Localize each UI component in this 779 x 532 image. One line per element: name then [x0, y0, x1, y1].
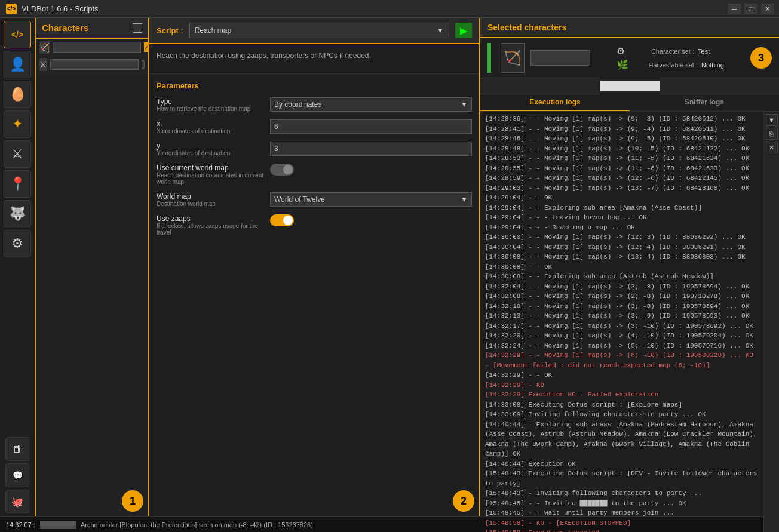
script-select[interactable]: Reach map ▼: [189, 23, 449, 38]
harvestable-set-value: Nothing: [701, 61, 724, 69]
param-uz-label: Use zaaps If checked, allows zaaps usage…: [157, 214, 264, 236]
param-ucm-control: [270, 164, 472, 176]
log-line: [14:33:08] Executing Dofus script : [Exp…: [485, 400, 759, 410]
log-line: [14:32:20] - - Moving [1] map(s) -> (4; …: [485, 331, 759, 341]
logs-content[interactable]: [14:28:36] - - Moving [1] map(s) -> (9; …: [480, 112, 763, 532]
left-sidebar: </> 👤 🥚 ✦ ⚔ 📍 🐺 ⚙ 🗑 💬: [0, 18, 36, 516]
use-zaaps-toggle[interactable]: [270, 214, 294, 226]
close-button[interactable]: ✕: [761, 4, 774, 14]
char-icon-2: ⚔: [39, 58, 47, 71]
trash-button[interactable]: 🗑: [5, 437, 29, 461]
github-button[interactable]: 🐙: [5, 490, 29, 513]
star-icon: ✦: [12, 116, 23, 132]
param-world-map: World map Destination world map World of…: [157, 192, 472, 207]
char-checkbox-2[interactable]: [142, 60, 145, 69]
log-line: [14:29:03] - - Moving [1] map(s) -> (13;…: [485, 183, 759, 193]
run-button[interactable]: ▶: [455, 23, 472, 38]
char-row-2: ⚔: [36, 56, 148, 73]
log-line: [15:48:58] Execution canceled: [485, 528, 759, 532]
log-line: [14:28:46] - - Moving [1] map(s) -> (9; …: [485, 134, 759, 144]
log-line: [15:48:43] - Inviting following characte…: [485, 488, 759, 499]
status-bar-green: [487, 43, 491, 73]
char-icon-1: 🏹: [39, 41, 50, 54]
sidebar-item-wolf[interactable]: 🐺: [4, 200, 31, 227]
log-line: [14:32:13] - - Moving [1] map(s) -> (3; …: [485, 311, 759, 321]
param-type-label: Type How to retrieve the destination map: [157, 97, 264, 112]
log-copy-btn[interactable]: ⎘: [766, 128, 778, 140]
characters-title: Characters: [42, 23, 88, 33]
character-set-row: ⚙ Character set : Test: [617, 45, 724, 57]
type-select[interactable]: By coordinates ▼: [270, 97, 472, 112]
sidebar-item-character[interactable]: 👤: [4, 51, 31, 78]
log-line: [14:28:55] - - Moving [1] map(s) -> (11;…: [485, 164, 759, 174]
main-area: </> 👤 🥚 ✦ ⚔ 📍 🐺 ⚙ 🗑 💬: [0, 18, 779, 516]
github-icon: 🐙: [11, 496, 23, 508]
log-line: [14:32:29] - - OK: [485, 370, 759, 380]
map-pin-icon: 📍: [10, 176, 26, 192]
tab-sniffer-logs[interactable]: Sniffer logs: [630, 94, 779, 111]
sidebar-item-egg[interactable]: 🥚: [4, 81, 31, 108]
log-line: [14:32:04] - - Moving [1] map(s) -> (3; …: [485, 282, 759, 292]
character-set-icon: ⚙: [617, 45, 625, 57]
log-line: [14:28:59] - - Moving [1] map(s) -> (12;…: [485, 173, 759, 183]
log-scroll-down-btn[interactable]: ▼: [766, 114, 778, 126]
x-input[interactable]: [270, 119, 472, 134]
log-line: [14:28:53] - - Moving [1] map(s) -> (11;…: [485, 153, 759, 164]
log-line: [14:29:04] - - - Reaching a map ... OK: [485, 223, 759, 233]
log-line: [14:29:04] - - Exploring sub area [Amakn…: [485, 203, 759, 213]
char-name-input-1[interactable]: [53, 42, 141, 53]
use-current-map-toggle[interactable]: [270, 164, 294, 176]
maximize-button[interactable]: □: [744, 4, 757, 14]
tab-execution-logs[interactable]: Execution logs: [480, 94, 630, 111]
param-y: y Y coordinates of destination: [157, 142, 472, 156]
logs-area: Execution logs Sniffer logs [14:28:36] -…: [480, 78, 779, 532]
sidebar-item-star[interactable]: ✦: [4, 110, 31, 138]
titlebar: </> VLDBot 1.6.6 - Scripts ─ □ ✕: [0, 0, 779, 18]
world-map-select[interactable]: World of Twelve ▼: [270, 192, 472, 207]
bottom-icons: 🗑 💬 🐙: [5, 437, 29, 516]
log-clear-btn[interactable]: ✕: [766, 142, 778, 153]
sidebar-item-code[interactable]: </>: [4, 21, 31, 48]
characters-select-all[interactable]: [133, 23, 142, 33]
char-row-1: 🏹 ✓: [36, 39, 148, 56]
status-time: 14:32:07 :: [6, 521, 35, 528]
character-icon: 👤: [10, 57, 26, 72]
minimize-button[interactable]: ─: [728, 4, 741, 14]
script-desc-text: Reach the destination using zaaps, trans…: [157, 51, 371, 60]
logs-with-controls: [14:28:36] - - Moving [1] map(s) -> (9; …: [480, 112, 779, 532]
log-line: [14:32:29] Execution KO - Failed explora…: [485, 390, 759, 400]
characters-panel: Characters 🏹 ✓ ⚔ 1: [36, 18, 149, 516]
sidebar-item-weapons[interactable]: ⚔: [4, 140, 31, 168]
discord-button[interactable]: 💬: [5, 463, 29, 487]
log-line: [14:29:04] - - OK: [485, 193, 759, 203]
sidebar-item-settings[interactable]: ⚙: [4, 230, 31, 257]
characters-panel-header: Characters: [36, 18, 148, 39]
world-map-dropdown-icon: ▼: [461, 195, 468, 204]
log-side-controls: ▼ ⎘ ✕: [763, 112, 779, 532]
log-line: [15:48:45] - - Wait until party members …: [485, 508, 759, 518]
chars-panel-body: 1: [36, 73, 148, 516]
param-wm-control: World of Twelve ▼: [270, 192, 472, 207]
log-line: [14:30:00] - - Moving [1] map(s) -> (12;…: [485, 232, 759, 242]
param-y-control: [270, 142, 472, 156]
log-line: [14:32:17] - - Moving [1] map(s) -> (3; …: [485, 321, 759, 331]
log-line: [14:32:08] - - Moving [1] map(s) -> (2; …: [485, 291, 759, 302]
log-line: [15:48:58] - KO - [EXECUTION STOPPED]: [485, 518, 759, 528]
sidebar-item-map[interactable]: 📍: [4, 170, 31, 198]
param-x-control: [270, 119, 472, 134]
y-input[interactable]: [270, 142, 472, 156]
log-line: [14:29:04] - - - Leaving haven bag ... O…: [485, 213, 759, 223]
log-line: [14:32:24] - - Moving [1] map(s) -> (5; …: [485, 341, 759, 351]
trash-icon: 🗑: [13, 444, 22, 454]
window-controls: ─ □ ✕: [728, 4, 774, 14]
char-checkbox-1[interactable]: ✓: [144, 42, 149, 52]
character-set-value: Test: [698, 48, 710, 55]
log-line: [14:30:08] - - Exploring sub area [Astru…: [485, 272, 759, 282]
status-char-box: [40, 521, 76, 529]
character-set-label: Character set :: [628, 48, 694, 55]
log-line: [14:32:29] - KO: [485, 380, 759, 390]
char-name-input-2[interactable]: [50, 59, 139, 70]
harvestable-set-label: Harvestable set :: [632, 61, 698, 69]
type-select-value: By coordinates: [274, 100, 321, 109]
log-line: [14:40:44] Execution OK: [485, 459, 759, 469]
